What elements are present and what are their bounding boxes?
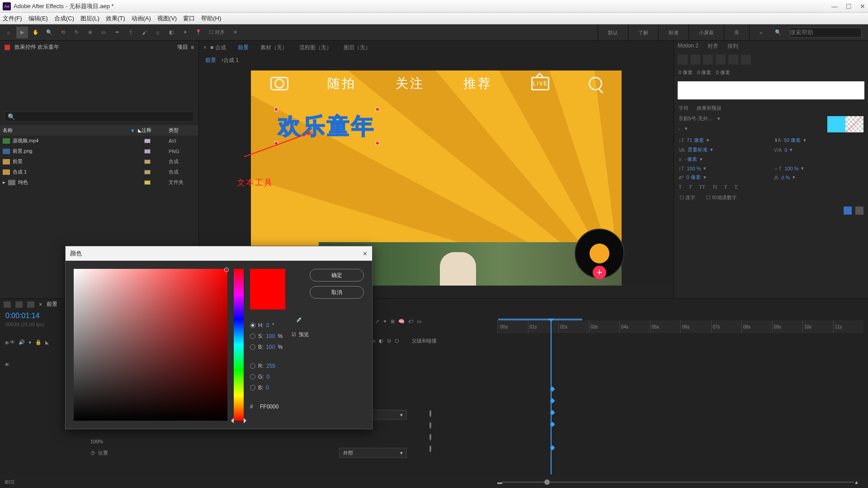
close-window-button[interactable]: ✕ — [860, 3, 865, 10]
font-size-value[interactable]: 71 像素 — [687, 137, 703, 144]
tab-align[interactable]: 对齐 — [708, 42, 718, 50]
align-btn[interactable] — [728, 55, 738, 65]
h-value[interactable]: 0 — [266, 322, 269, 328]
handle-icon[interactable] — [274, 108, 278, 111]
tab-character[interactable]: 字符 — [679, 105, 689, 112]
menu-view[interactable]: 视图(V) — [157, 14, 177, 23]
orbit-tool[interactable]: ⟲ — [57, 27, 69, 38]
b-value[interactable]: 100 — [266, 344, 275, 350]
radio-g[interactable] — [250, 374, 255, 380]
baseline-value[interactable]: - 像素 — [684, 156, 697, 163]
rotate-tool[interactable]: ↻ — [71, 27, 82, 38]
menu-comp[interactable]: 合成(C) — [54, 14, 74, 23]
tab-effects-presets[interactable]: 效果和预设 — [697, 105, 722, 112]
menu-layer[interactable]: 图层(L) — [80, 14, 99, 23]
search-icon[interactable]: 🔍 — [772, 27, 784, 38]
comp-icon[interactable] — [27, 301, 34, 308]
project-row[interactable]: ▸纯色文件夹 — [0, 177, 198, 188]
viewer-close-icon[interactable]: × — [203, 44, 207, 51]
label-swatch[interactable] — [144, 139, 151, 143]
font-dropdown[interactable]: 京剧5号-无外… — [679, 115, 713, 122]
project-tab-label[interactable]: 项目 — [177, 43, 188, 51]
hand-tool[interactable]: ✋ — [30, 27, 42, 38]
search-input[interactable] — [789, 28, 862, 38]
hue-arrow-icon[interactable] — [228, 418, 234, 423]
maximize-button[interactable]: ☐ — [846, 3, 852, 10]
snap-checkbox[interactable]: ☐ 对齐 — [206, 27, 227, 38]
list-view-icon[interactable] — [855, 206, 863, 215]
align-btn[interactable] — [703, 55, 713, 65]
pickwhip-icon[interactable] — [429, 433, 431, 441]
puppet-tool[interactable]: 📍 — [193, 27, 204, 38]
vscale-value[interactable]: 100 % — [687, 166, 701, 171]
breadcrumb-item[interactable]: 前景 — [205, 56, 216, 64]
viewer-tab[interactable]: 素材（无） — [260, 44, 288, 52]
small-caps[interactable]: Tt — [712, 184, 717, 190]
zoom-knob[interactable] — [544, 479, 550, 485]
pickwhip-icon[interactable] — [429, 445, 431, 452]
ok-button[interactable]: 确定 — [310, 269, 364, 282]
close-dialog-button[interactable]: ✕ — [363, 250, 368, 257]
minimize-button[interactable]: — — [831, 3, 838, 10]
prop-position[interactable]: 位置 — [98, 450, 108, 456]
text-layer-selected[interactable]: 欢乐童年 — [278, 111, 376, 141]
toggle-icon[interactable]: ✕ — [229, 27, 241, 38]
expand-icon[interactable]: ▸ — [3, 179, 5, 185]
s-value[interactable]: 100 — [266, 333, 275, 339]
render-queue-icon[interactable] — [4, 301, 11, 308]
anchor-tool[interactable]: ⊕ — [84, 27, 96, 38]
radio-r[interactable] — [250, 363, 255, 369]
all-caps[interactable]: TT — [699, 184, 705, 190]
kerning-value[interactable]: 度量标准 — [688, 146, 708, 153]
r-value[interactable]: 255 — [266, 363, 275, 369]
comp-icon[interactable] — [15, 301, 23, 308]
ligature-checkbox[interactable]: ☐ 连字 — [679, 194, 695, 201]
subscript[interactable]: T, — [734, 184, 738, 190]
leading-value[interactable]: 50 像素 — [784, 137, 801, 144]
col-note[interactable]: 注释 — [142, 127, 169, 134]
hscale-value[interactable]: 100 % — [784, 166, 798, 171]
workspace-lib[interactable]: 库 — [724, 24, 749, 41]
toggle-in-out-icon[interactable]: { — [13, 479, 14, 484]
handle-icon[interactable] — [376, 141, 379, 145]
motion-blur-icon[interactable]: ⊞ — [391, 319, 395, 324]
eye-icon[interactable]: 👁 — [5, 340, 9, 346]
timeline-zoom-slider[interactable]: ▬ ▲ — [497, 479, 859, 485]
label-swatch[interactable] — [144, 180, 151, 185]
align-btn[interactable] — [678, 55, 688, 65]
viewer-tab[interactable]: 图层（无） — [344, 44, 371, 52]
timeline-tab-label[interactable]: 前景 — [47, 300, 57, 308]
project-row[interactable]: 源视频.mp4AVI — [0, 136, 198, 146]
toggle-switches-icon[interactable]: ⊞ — [5, 479, 9, 485]
menu-window[interactable]: 窗口 — [183, 14, 195, 23]
eyedropper-icon[interactable]: 💉 — [296, 317, 307, 328]
project-search-input[interactable] — [5, 112, 194, 122]
preview-checkbox[interactable]: ☑ — [292, 332, 296, 338]
col-name[interactable]: 名称 — [3, 127, 127, 134]
align-btn[interactable] — [690, 55, 700, 65]
keyframe-icon[interactable] — [550, 422, 555, 427]
chevron-down-icon[interactable]: ▾ — [717, 116, 720, 122]
tag-icon[interactable]: ◣ — [138, 127, 142, 133]
hue-slider[interactable] — [234, 269, 244, 421]
fill-stroke-swatches[interactable] — [827, 116, 863, 132]
workspace-learn[interactable]: 了解 — [628, 24, 658, 41]
workspace-default[interactable]: 默认 — [598, 24, 628, 41]
keyframe-icon[interactable] — [550, 386, 555, 391]
breadcrumb-item[interactable]: 合成 1 — [223, 56, 239, 64]
label-swatch[interactable] — [144, 170, 151, 174]
hex-value[interactable]: FF0000 — [260, 404, 278, 410]
project-row[interactable]: 前景合成 — [0, 156, 198, 167]
close-tab-icon[interactable]: × — [39, 301, 42, 308]
toggle-modes-icon[interactable]: ⊡ — [9, 479, 13, 485]
viewer-tab[interactable]: ■ 合成 — [210, 44, 226, 52]
workspace-small[interactable]: 小屏幕 — [689, 24, 724, 41]
brush-tool[interactable]: 🖌 — [138, 27, 150, 38]
tab-arrange[interactable]: 排列 — [727, 42, 738, 50]
zoom-in-icon[interactable]: ▲ — [854, 479, 859, 485]
workspace-standard[interactable]: 标准 — [658, 24, 689, 41]
snap-icon[interactable]: ✦ — [383, 319, 387, 324]
menu-file[interactable]: 文件(F) — [3, 14, 22, 23]
graph-icon[interactable]: ⤢ — [375, 319, 379, 324]
radio-h[interactable] — [250, 323, 255, 328]
